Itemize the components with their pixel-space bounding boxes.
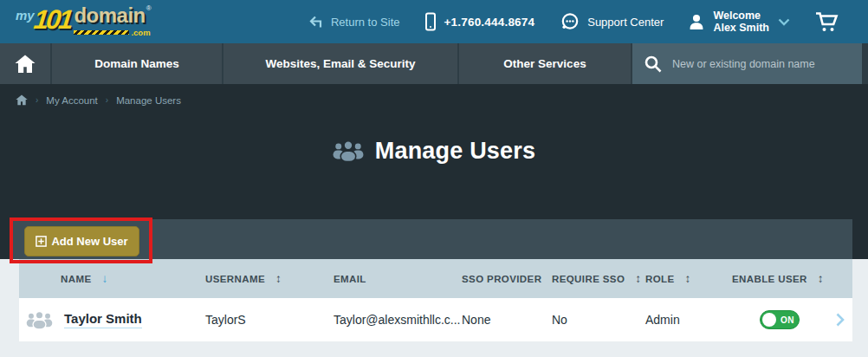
headset-icon: [560, 11, 580, 32]
sort-both-icon[interactable]: ↕: [818, 272, 824, 285]
logo-domain-text: domain: [74, 6, 145, 26]
table-section: NAME ↓ USERNAME ↕ EMAIL SSO PROVIDER REQ…: [0, 259, 868, 357]
nav-item-domain-names[interactable]: Domain Names: [52, 43, 223, 84]
logo-101-text: 101: [32, 6, 72, 35]
cell-enable-user: ON: [732, 310, 827, 329]
toggle-knob: [762, 313, 776, 327]
shopping-cart-icon: [815, 11, 839, 33]
breadcrumb-separator: ›: [106, 95, 108, 105]
column-header-email[interactable]: EMAIL: [334, 274, 462, 284]
cart-button[interactable]: [815, 11, 839, 33]
user-name-link[interactable]: Taylor Smith: [64, 311, 142, 328]
welcome-text: Welcome Alex Smith: [713, 10, 769, 35]
logo-my-text: my: [16, 8, 35, 23]
breadcrumb-manage-users[interactable]: Manage Users: [116, 95, 181, 106]
nav-label: Other Services: [503, 57, 586, 70]
phone-link[interactable]: +1.760.444.8674: [424, 12, 534, 31]
back-arrow-icon: [309, 16, 324, 29]
add-new-user-label: Add New User: [51, 235, 127, 248]
enable-user-toggle[interactable]: ON: [760, 310, 800, 329]
cell-name: Taylor Smith: [19, 311, 205, 329]
column-label: REQUIRE SSO: [552, 274, 625, 284]
logo-com-text: .com: [131, 28, 150, 37]
column-label: ROLE: [645, 274, 675, 284]
logo-registered-mark: ®: [146, 4, 152, 26]
column-header-enable-user[interactable]: ENABLE USER ↕: [732, 272, 827, 285]
column-label: USERNAME: [205, 274, 265, 284]
users-table: NAME ↓ USERNAME ↕ EMAIL SSO PROVIDER REQ…: [19, 259, 852, 341]
sort-both-icon[interactable]: ↕: [275, 272, 282, 285]
cell-row-expand: [827, 313, 852, 327]
nav-label: Websites, Email & Security: [265, 57, 415, 70]
breadcrumb-separator: ›: [36, 95, 38, 105]
support-center-link[interactable]: Support Center: [560, 11, 664, 32]
logo-hazard-stripes: [74, 30, 129, 35]
column-label: ENABLE USER: [732, 274, 807, 284]
nav-item-other-services[interactable]: Other Services: [459, 43, 632, 84]
page-hero-section: › My Account › Manage Users Manage Users: [0, 84, 868, 259]
breadcrumb: › My Account › Manage Users: [16, 94, 181, 106]
column-label: NAME: [61, 274, 91, 284]
column-header-sso-provider[interactable]: SSO PROVIDER: [462, 274, 552, 284]
users-group-icon: [333, 140, 364, 162]
sort-desc-icon[interactable]: ↓: [101, 272, 107, 285]
search-icon: [645, 55, 662, 73]
sort-both-icon[interactable]: ↕: [685, 272, 691, 285]
cell-role: Admin: [645, 313, 732, 327]
return-to-site-link[interactable]: Return to Site: [309, 16, 400, 29]
column-header-role[interactable]: ROLE ↕: [645, 272, 732, 285]
table-toolbar: Add New User: [13, 219, 852, 259]
account-menu[interactable]: Welcome Alex Smith: [689, 10, 790, 35]
user-icon: [689, 14, 704, 29]
add-new-user-button[interactable]: Add New User: [24, 226, 139, 256]
nav-label: Domain Names: [94, 57, 179, 70]
column-label: SSO PROVIDER: [462, 274, 541, 284]
logo-domain-block: domain ® .com: [74, 6, 151, 37]
domain-search-box: [632, 43, 862, 84]
sort-both-icon[interactable]: ↕: [635, 272, 641, 285]
main-navigation: Domain Names Websites, Email & Security …: [0, 43, 868, 84]
table-header-row: NAME ↓ USERNAME ↕ EMAIL SSO PROVIDER REQ…: [19, 259, 852, 298]
welcome-line2: Alex Smith: [713, 22, 769, 34]
breadcrumb-my-account[interactable]: My Account: [46, 95, 97, 106]
cell-require-sso: No: [552, 313, 645, 327]
cell-email: Taylor@alexsmithllc.c...: [334, 313, 462, 327]
table-row[interactable]: Taylor Smith TaylorS Taylor@alexsmithllc…: [19, 298, 852, 341]
page-title: Manage Users: [0, 138, 868, 165]
plus-square-icon: [36, 236, 47, 247]
cell-sso-provider: None: [462, 313, 552, 327]
home-icon: [15, 55, 36, 74]
toggle-state-label: ON: [781, 315, 794, 325]
page-title-text: Manage Users: [375, 138, 535, 165]
column-header-name[interactable]: NAME ↓: [19, 272, 205, 285]
nav-home-button[interactable]: [0, 43, 52, 84]
top-header-bar: my 101 domain ® .com Return to Site: [0, 0, 868, 43]
domain-search-input[interactable]: [670, 57, 839, 71]
cell-username: TaylorS: [205, 313, 334, 327]
chevron-down-icon: [778, 18, 790, 26]
welcome-line1: Welcome: [713, 10, 761, 22]
column-label: EMAIL: [334, 274, 366, 284]
return-to-site-label: Return to Site: [331, 16, 400, 29]
support-center-label: Support Center: [587, 16, 664, 29]
chevron-right-icon[interactable]: [836, 313, 845, 327]
users-group-icon: [26, 311, 53, 329]
site-logo[interactable]: my 101 domain ® .com: [16, 6, 152, 37]
mobile-phone-icon: [424, 12, 437, 31]
topbar-links: Return to Site +1.760.444.8674: [309, 10, 839, 35]
nav-item-websites-email-security[interactable]: Websites, Email & Security: [223, 43, 459, 84]
breadcrumb-home-icon[interactable]: [16, 94, 28, 106]
phone-number: +1.760.444.8674: [444, 16, 534, 29]
column-header-username[interactable]: USERNAME ↕: [205, 272, 334, 285]
column-header-require-sso[interactable]: REQUIRE SSO ↕: [552, 272, 645, 285]
